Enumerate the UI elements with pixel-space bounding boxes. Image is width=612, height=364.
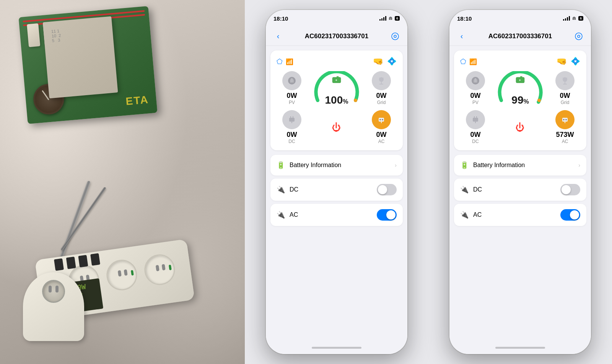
phone1-gauge-container: + 100%	[310, 71, 363, 106]
phone2-grid-icon	[555, 71, 575, 90]
phone1-back-button[interactable]: ‹	[272, 30, 284, 42]
phone1-home-bar	[312, 347, 361, 349]
eta-brand: ETA	[125, 94, 149, 108]
phone1-conn-right: 🤜 💠	[373, 57, 397, 67]
phone2-bottom-row: 0W DC ⏻	[460, 110, 580, 144]
phone2-battery-gauge: + 99%	[491, 71, 550, 106]
phone1-nav: ‹ AC602317003336701	[266, 27, 407, 46]
phone2-content[interactable]: ⬠ 📶 🤜 💠	[449, 46, 591, 341]
phone1-pv-label: PV	[289, 100, 295, 105]
phone2-nav: ‹ AC602317003336701	[449, 27, 591, 46]
phone1-gauge-text: 100%	[325, 94, 348, 106]
phone2-status-bar: 18:10 ⋒ 6	[449, 10, 591, 27]
hole-3a	[156, 265, 160, 271]
btn-down[interactable]	[66, 257, 76, 269]
phone1-ac-toggle-label: AC	[290, 211, 298, 218]
phone2-conn-right: 🤜 💠	[557, 57, 580, 67]
phone2-pv-icon	[466, 71, 485, 90]
phone2-percent: 99	[511, 94, 523, 106]
phone2-ac-value: 573W	[556, 131, 574, 139]
phone1-dc-toggle[interactable]	[377, 184, 397, 195]
phone2-ac-toggle-label: AC	[473, 211, 482, 218]
phone2-dc-label: DC	[472, 139, 479, 144]
phone1-ac-value: 0W	[376, 131, 387, 139]
btn-up[interactable]	[54, 258, 64, 271]
btn-set[interactable]	[90, 253, 100, 266]
phone2-ac-node: 573W AC	[550, 110, 580, 144]
phone1-battery-gauge: + 100%	[307, 71, 366, 106]
phone1-diamond-icon: 💠	[387, 57, 397, 67]
svg-point-22	[578, 35, 580, 37]
phone2-home-indicator	[449, 341, 591, 354]
phone1-signal	[379, 16, 386, 21]
phone2-hand-icon: 🤜	[557, 57, 567, 67]
phone1-dc-toggle-left: 🔌 DC	[277, 185, 298, 194]
phones-section: 18:10 ⋒ 6 ‹ AC602317003336701	[245, 0, 612, 364]
hole-3b	[162, 264, 166, 270]
phone2-ac-icon	[555, 110, 575, 129]
phone2-container: 18:10 ⋒ 6 ‹ AC602317003336701	[428, 0, 612, 364]
phone2-lte: 6	[578, 16, 583, 21]
phone1-battery-info-row[interactable]: 🔋 Battery Information ›	[270, 155, 403, 176]
svg-text:+: +	[335, 78, 337, 82]
p2-ac-toggle-icon: 🔌	[460, 211, 469, 219]
phone1-status-icons: ⋒ 6	[379, 16, 400, 21]
phone1-settings-button[interactable]	[389, 30, 401, 42]
outlet-2	[104, 258, 139, 292]
phone1: 18:10 ⋒ 6 ‹ AC602317003336701	[266, 10, 407, 354]
p2-battery-info-icon: 🔋	[460, 161, 469, 169]
p2-ac-svg	[560, 115, 570, 125]
phone2-ac-toggle[interactable]	[560, 209, 580, 221]
phone1-ac-label: AC	[378, 139, 385, 144]
p2-settings-icon	[575, 32, 583, 41]
phone2-power-off: ⏻	[491, 122, 550, 133]
phone2-back-button[interactable]: ‹	[456, 30, 468, 42]
phone1-grid-icon	[372, 71, 391, 90]
phone2-pv-value: 0W	[470, 92, 481, 100]
phone1-dc-toggle-label: DC	[290, 186, 298, 193]
btn-price[interactable]	[78, 255, 88, 268]
phone1-content[interactable]: ⬠ 📶 🤜 💠	[266, 46, 407, 341]
phone1-ac-toggle-row: 🔌 AC	[270, 204, 403, 226]
indicator-light	[131, 270, 134, 276]
phone1-ac-toggle[interactable]	[377, 209, 397, 221]
phone2-dc-toggle-left: 🔌 DC	[460, 185, 482, 194]
bar3	[383, 17, 384, 21]
phone2-dc-node: 0W DC	[460, 110, 491, 144]
phone2-symbol: %	[523, 98, 529, 105]
phone2-power-row-top: 0W PV	[460, 71, 580, 106]
p2-power-off-icon[interactable]: ⏻	[516, 122, 525, 132]
phone1-dc-toggle-row: 🔌 DC	[270, 179, 403, 201]
phone2-grid-value: 0W	[560, 92, 570, 100]
phone2-ac-knob	[570, 210, 579, 219]
phone1-home-indicator	[266, 341, 407, 354]
power-off-icon[interactable]: ⏻	[332, 122, 341, 132]
svg-point-40	[565, 119, 567, 120]
phone2-grid-label: Grid	[561, 100, 570, 105]
phone2-connection-row: ⬠ 📶 🤜 💠	[460, 57, 580, 67]
settings-icon	[391, 32, 399, 41]
phone1-chevron-icon: ›	[395, 162, 397, 168]
phone2-grid-node: 0W Grid	[550, 71, 580, 105]
dc-svg	[287, 115, 297, 125]
svg-point-21	[575, 33, 582, 40]
svg-point-19	[382, 119, 383, 120]
svg-point-3	[354, 99, 357, 102]
phone2-home-bar	[495, 347, 545, 349]
phone1-ac-icon	[372, 110, 391, 129]
phone2-settings-button[interactable]	[573, 30, 585, 42]
bar2	[381, 18, 382, 21]
phone1-time: 18:10	[273, 15, 288, 22]
p2bar4	[569, 16, 570, 21]
phone2-main-card: ⬠ 📶 🤜 💠	[454, 50, 586, 150]
phone2-dc-toggle[interactable]	[560, 184, 580, 195]
phone1-dc-label: DC	[288, 139, 295, 144]
p2bar3	[567, 17, 568, 21]
phone1-status-bar: 18:10 ⋒ 6	[266, 10, 407, 27]
pv-svg	[287, 76, 297, 86]
phone1-pv-node: 0W PV	[277, 71, 307, 105]
phone1-grid-label: Grid	[377, 100, 386, 105]
p2-dc-toggle-icon: 🔌	[460, 185, 469, 194]
phone2-battery-info-row[interactable]: 🔋 Battery Information ›	[454, 155, 586, 176]
svg-point-18	[379, 119, 381, 120]
